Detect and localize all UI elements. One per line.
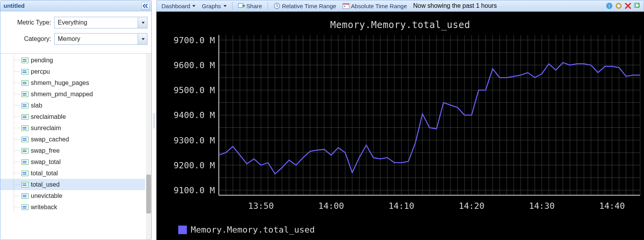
calendar-icon (342, 3, 349, 9)
category-value: Memory (55, 35, 83, 42)
tree-item-label: swap_cached (31, 136, 69, 143)
tree-item-label: writeback (31, 204, 57, 211)
metric-icon (21, 114, 28, 120)
metric-type-select[interactable]: Everything (54, 17, 147, 28)
tree-item-label: sreclaimable (31, 113, 66, 120)
metric-icon (21, 69, 28, 74)
share-icon (238, 3, 245, 9)
absolute-time-button[interactable]: Absolute Time Range (340, 2, 409, 10)
tree-item-label: pending (31, 57, 53, 64)
metric-icon (21, 80, 28, 86)
tree-item-total-used[interactable]: total_used (0, 179, 145, 190)
metric-icon (21, 58, 28, 63)
toolbar-separator (232, 2, 232, 10)
tree-item-sunreclaim[interactable]: sunreclaim (0, 122, 145, 134)
info-icon: i (606, 2, 613, 9)
time-status: Now showing the past 1 hours (413, 2, 497, 9)
absolute-time-label: Absolute Time Range (351, 3, 407, 9)
delete-button[interactable] (624, 2, 632, 10)
tree-item-label: swap_total (31, 159, 61, 166)
svg-text:9600.0 M: 9600.0 M (174, 60, 215, 70)
toolbar-separator (268, 2, 268, 10)
svg-text:14:00: 14:00 (318, 201, 344, 211)
collapse-sidebar-button[interactable] (141, 2, 150, 10)
clock-icon (273, 2, 280, 9)
settings-button[interactable] (615, 2, 623, 10)
legend-label: Memory.Memory.total_used (191, 225, 315, 235)
graphs-label: Graphs (202, 3, 221, 9)
metric-icon (21, 125, 28, 131)
metric-icon (21, 103, 28, 108)
refresh-icon (634, 2, 641, 9)
tree-item-pending[interactable]: pending (0, 55, 145, 66)
svg-text:9400.0 M: 9400.0 M (174, 110, 215, 120)
svg-text:13:50: 13:50 (248, 201, 274, 211)
chart-title: Memory.Memory.total_used (156, 19, 644, 30)
svg-text:14:40: 14:40 (599, 201, 625, 211)
scrollbar-thumb[interactable] (146, 175, 151, 214)
tree-item-swap-free[interactable]: swap_free (0, 145, 145, 156)
chart-area: Memory.Memory.total_used 9100.0 M9200.0 … (156, 12, 644, 240)
tree-item-slab[interactable]: slab (0, 100, 145, 111)
svg-text:14:10: 14:10 (389, 201, 414, 211)
legend-swatch (178, 226, 187, 234)
tree-item-label: swap_free (31, 147, 60, 154)
tree-item-label: sunreclaim (31, 125, 61, 132)
dashboard-menu[interactable]: Dashboard (159, 2, 198, 10)
relative-time-label: Relative Time Range (282, 3, 336, 9)
main: Dashboard Graphs Share Relative Time Ran… (156, 0, 644, 240)
relative-time-button[interactable]: Relative Time Range (271, 2, 339, 10)
filters: Metric Type: Everything Category: Memory (0, 11, 151, 53)
tree-item-label: unevictable (31, 192, 62, 199)
tree-item-percpu[interactable]: percpu (0, 66, 145, 77)
chevron-down-icon (224, 5, 227, 7)
chevron-down-icon (138, 17, 147, 28)
dashboard-label: Dashboard (161, 3, 190, 9)
tree-item-label: total_total (31, 170, 58, 177)
tree-scrollbar[interactable] (146, 54, 151, 240)
metric-icon (21, 137, 28, 142)
tree-item-total-total[interactable]: total_total (0, 168, 145, 179)
share-button[interactable]: Share (236, 2, 264, 10)
chevron-down-icon (138, 34, 147, 44)
tree-item-sreclaimable[interactable]: sreclaimable (0, 111, 145, 122)
tree-item-shmem-pmd-mapped[interactable]: shmem_pmd_mapped (0, 88, 145, 100)
sidebar: untitled Metric Type: Everything Categor… (0, 0, 152, 240)
tree-item-label: slab (31, 102, 42, 109)
metric-icon (21, 182, 28, 187)
metric-icon (21, 159, 28, 165)
metric-icon (21, 205, 28, 210)
gear-icon (615, 2, 622, 9)
line-chart[interactable]: 9100.0 M9200.0 M9300.0 M9400.0 M9500.0 M… (156, 33, 644, 217)
svg-rect-3 (343, 4, 349, 5)
category-label: Category: (4, 35, 54, 42)
sidebar-header: untitled (0, 0, 151, 11)
metric-icon (21, 92, 28, 97)
svg-text:9200.0 M: 9200.0 M (174, 161, 215, 170)
toolbar: Dashboard Graphs Share Relative Time Ran… (156, 0, 644, 12)
tree-item-writeback[interactable]: writeback (0, 201, 145, 213)
tree-item-shmem-huge-pages[interactable]: shmem_huge_pages (0, 77, 145, 88)
tree-item-unevictable[interactable]: unevictable (0, 190, 145, 201)
tree-item-swap-total[interactable]: swap_total (0, 156, 145, 168)
share-label: Share (247, 3, 262, 9)
metric-icon (21, 148, 28, 154)
sidebar-title: untitled (4, 2, 25, 9)
splitter[interactable] (152, 0, 156, 240)
info-button[interactable]: i (605, 2, 613, 10)
tree-item-label: shmem_huge_pages (31, 79, 89, 86)
chevron-down-icon (192, 5, 195, 7)
tree-item-swap-cached[interactable]: swap_cached (0, 134, 145, 145)
refresh-button[interactable] (633, 2, 641, 10)
metric-type-label: Metric Type: (4, 19, 54, 26)
svg-rect-4 (344, 6, 345, 7)
tree-item-label: percpu (31, 68, 50, 75)
svg-text:14:30: 14:30 (529, 201, 555, 211)
category-select[interactable]: Memory (54, 33, 147, 45)
svg-text:14:20: 14:20 (459, 201, 484, 211)
svg-point-8 (618, 5, 619, 7)
svg-text:9300.0 M: 9300.0 M (174, 136, 215, 145)
graphs-menu[interactable]: Graphs (199, 2, 229, 10)
tree-item-label: shmem_pmd_mapped (31, 91, 93, 98)
svg-text:9100.0 M: 9100.0 M (174, 185, 215, 195)
